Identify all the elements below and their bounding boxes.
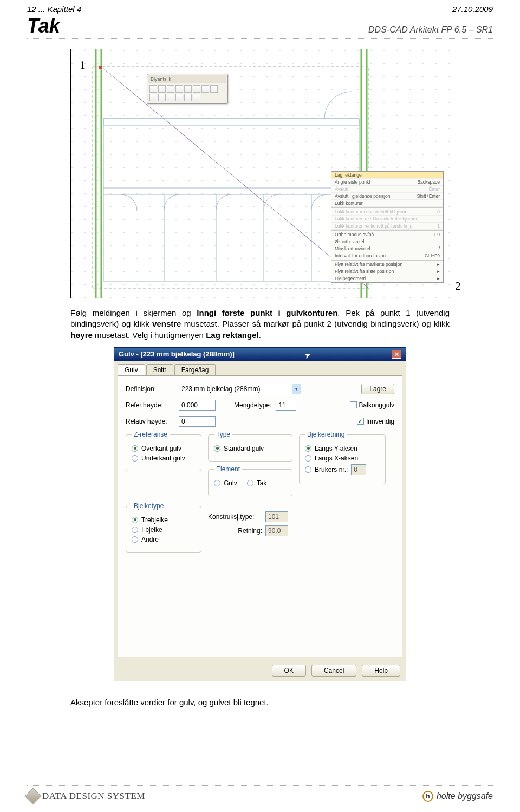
radio-label: Tak xyxy=(257,479,267,487)
context-menu-item[interactable]: Lukk konturen med to vinkelrette hjørner xyxy=(332,216,443,223)
radio-label: Langs X-aksen xyxy=(315,454,358,462)
radio-label: Andre xyxy=(141,536,159,543)
toolbar-icon[interactable] xyxy=(158,85,166,93)
definisjon-input[interactable] xyxy=(179,384,292,394)
context-menu-item[interactable]: Lukk konturen= xyxy=(332,200,443,207)
refer-input[interactable] xyxy=(179,400,216,411)
bt-trebjelke[interactable]: Trebjelke xyxy=(132,516,196,524)
toolbar-icon[interactable] xyxy=(167,85,174,93)
lagre-button[interactable]: Lagre xyxy=(361,384,394,394)
fieldset-legend: Element xyxy=(214,465,242,473)
close-icon[interactable]: ✕ xyxy=(392,350,401,359)
text: musetast. Velg i hurtigmenyen xyxy=(93,330,206,340)
tab-snitt[interactable]: Snitt xyxy=(146,364,173,375)
radio-label: Standard gulv xyxy=(224,445,264,452)
cancel-button[interactable]: Cancel xyxy=(311,665,356,677)
context-menu-item[interactable]: Øk orthovinkel. xyxy=(332,238,443,245)
dialog-tabs: Gulv Snitt Farge/lag xyxy=(114,361,406,375)
text: Følg meldingen i skjermen og xyxy=(70,308,197,317)
radio-label: Brukers nr.: xyxy=(315,466,348,473)
svg-rect-17 xyxy=(99,66,102,69)
radio-label: Trebjelke xyxy=(141,516,168,524)
fieldset-legend: Type xyxy=(214,431,232,438)
toolbar-icon[interactable] xyxy=(193,85,200,93)
zref-underkant[interactable]: Underkant gulv xyxy=(132,454,196,462)
toolbar-icon[interactable] xyxy=(176,94,183,101)
zref-fieldset: Z-referanse Overkant gulv Underkant gulv xyxy=(126,434,202,471)
page-number: 12 ... Kapittel 4 xyxy=(27,4,81,14)
retning-x[interactable]: Langs X-aksen xyxy=(305,454,380,462)
retning-y[interactable]: Langs Y-aksen xyxy=(305,445,380,452)
retning-bruker[interactable]: Brukers nr.: xyxy=(305,464,380,475)
mengdetype-input[interactable] xyxy=(276,400,296,411)
toolbar-icon[interactable] xyxy=(158,94,166,101)
holte-text: holte byggsafe xyxy=(437,791,493,801)
radio-label: I-bjelke xyxy=(141,526,162,534)
balkonggulv-checkbox[interactable]: Balkonggulv xyxy=(350,401,394,409)
context-menu-item[interactable]: Flytt relativt fra siste posisjon▸ xyxy=(332,268,443,275)
refer-label: Refer.høyde: xyxy=(126,401,174,409)
text-bold: Lag rektangel xyxy=(206,330,259,340)
innvendig-checkbox[interactable]: ✔Innvendig xyxy=(357,418,394,425)
toolbar-icon[interactable] xyxy=(184,94,192,101)
type-standard[interactable]: Standard gulv xyxy=(214,445,287,452)
context-menu-item[interactable]: Minsk orthovinkel/ xyxy=(332,245,443,252)
help-button[interactable]: Help xyxy=(362,665,400,677)
zref-overkant[interactable]: Overkant gulv xyxy=(132,445,196,452)
toolbar-icon[interactable] xyxy=(184,85,192,93)
element-tak[interactable]: Tak xyxy=(247,479,267,487)
context-menu-item[interactable]: Lag rektangel xyxy=(332,172,443,179)
ok-button[interactable]: OK xyxy=(272,665,306,677)
radio-label: Underkant gulv xyxy=(141,454,185,462)
context-menu-item[interactable]: AvsluttEnter xyxy=(332,186,443,193)
context-menu-item[interactable]: Lukk konturen vinkelrett på første linje… xyxy=(332,223,443,230)
floating-toolbar[interactable]: Blyantslik xyxy=(147,74,228,104)
bt-andre[interactable]: Andre xyxy=(132,536,196,543)
dialog-title-text: Gulv - [223 mm bjelkelag (288mm)] xyxy=(119,350,235,358)
radio-label: Gulv xyxy=(224,479,237,487)
relativ-input[interactable] xyxy=(179,416,216,427)
context-menu-item[interactable]: Hjelpegeometri▸ xyxy=(332,275,443,282)
text: musetast. Plasser så markør på punkt 2 (… xyxy=(181,319,450,328)
context-menu-item[interactable]: Angre siste punktBackspace xyxy=(332,179,443,186)
tab-fargelag[interactable]: Farge/lag xyxy=(174,364,216,375)
page-footer: DATA DESIGN SYSTEM h holte byggsafe xyxy=(27,785,493,802)
mengdetype-label: Mengdetype: xyxy=(234,401,271,409)
toolbar-icon[interactable] xyxy=(210,85,218,93)
definisjon-dropdown[interactable]: ▾ xyxy=(179,384,301,394)
dialog-titlebar[interactable]: Gulv - [223 mm bjelkelag (288mm)] ✕ xyxy=(114,348,406,361)
context-menu-item[interactable]: Avslutt i gjeldende posisjonShift+Enter xyxy=(332,193,443,200)
chevron-down-icon[interactable]: ▾ xyxy=(292,384,301,394)
definisjon-label: Definisjon: xyxy=(126,385,174,393)
relativ-label: Relativ høyde: xyxy=(126,418,174,425)
product-name: DDS-CAD Arkitekt FP 6.5 – SR1 xyxy=(368,25,493,35)
toolbar-title: Blyantslik xyxy=(148,75,226,83)
toolbar-icon[interactable] xyxy=(150,94,157,101)
radio-label: Overkant gulv xyxy=(141,445,181,452)
element-gulv[interactable]: Gulv xyxy=(214,479,237,487)
context-menu-item[interactable]: Lukk kontur med vinkelrett til hjørne0 xyxy=(332,209,443,216)
context-menu-item[interactable]: Ortho modus av/påF9 xyxy=(332,231,443,238)
point-label-2: 2 xyxy=(455,279,461,293)
bjelkeretning-fieldset: Bjelkeretning Langs Y-aksen Langs X-akse… xyxy=(299,434,386,484)
retning-input xyxy=(265,525,288,536)
section-title: Tak xyxy=(27,15,60,37)
toolbar-icon[interactable] xyxy=(193,94,200,101)
toolbar-icon[interactable] xyxy=(150,85,157,93)
toolbar-icon[interactable] xyxy=(176,85,183,93)
radio-label: Langs Y-aksen xyxy=(315,445,358,452)
toolbar-icon[interactable] xyxy=(202,85,209,93)
bjelketype-fieldset: Bjelketype Trebjelke I-bjelke Andre xyxy=(126,506,202,553)
toolbar-icon[interactable] xyxy=(167,94,174,101)
header-divider xyxy=(27,38,493,39)
fieldset-legend: Z-referanse xyxy=(132,431,170,438)
cube-icon xyxy=(24,788,41,804)
tab-gulv[interactable]: Gulv xyxy=(118,364,145,375)
bt-ibjelke[interactable]: I-bjelke xyxy=(132,526,196,534)
context-menu-item[interactable]: Intervall for orthorotasjonCtrl+F9 xyxy=(332,252,443,259)
context-menu[interactable]: Lag rektangelAngre siste punktBackspaceA… xyxy=(331,171,444,283)
instruction-paragraph: Følg meldingen i skjermen og Inngi først… xyxy=(70,308,450,341)
dds-logo: DATA DESIGN SYSTEM xyxy=(27,790,145,802)
after-paragraph: Aksepter foreslåtte verdier for gulv, og… xyxy=(70,698,450,707)
context-menu-item[interactable]: Flytt relativt fra markerte posisjon▸ xyxy=(332,261,443,268)
